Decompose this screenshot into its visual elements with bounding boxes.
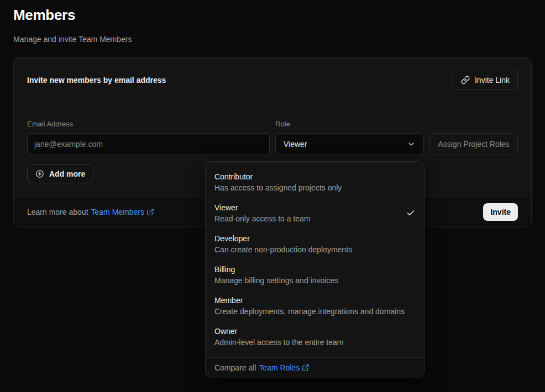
role-select[interactable]: Viewer bbox=[275, 133, 424, 155]
role-option-name: Contributor bbox=[214, 171, 415, 182]
link-icon bbox=[461, 76, 470, 84]
check-icon bbox=[406, 209, 415, 218]
add-more-button[interactable]: Add more bbox=[27, 165, 93, 183]
invite-link-button[interactable]: Invite Link bbox=[453, 71, 518, 89]
page-title: Members bbox=[13, 7, 75, 24]
email-field[interactable] bbox=[27, 133, 270, 155]
role-dropdown-footer: Compare all Team Roles bbox=[206, 357, 424, 378]
learn-more-prefix: Learn more about bbox=[27, 208, 88, 216]
team-members-link[interactable]: Team Members bbox=[91, 208, 154, 216]
add-more-button-label: Add more bbox=[49, 169, 85, 178]
role-option-description: Admin-level access to the entire team bbox=[214, 337, 415, 348]
role-option-developer[interactable]: Developer Can create non-production depl… bbox=[206, 229, 424, 259]
team-roles-link[interactable]: Team Roles bbox=[259, 363, 310, 372]
role-option-viewer[interactable]: Viewer Read-only access to a team bbox=[206, 198, 424, 229]
role-option-description: Read-only access to a team bbox=[214, 213, 415, 224]
role-option-description: Manage billing settings and invoices bbox=[214, 275, 415, 286]
compare-all-text: Compare all bbox=[214, 363, 256, 372]
invite-card-header: Invite new members by email address Invi… bbox=[14, 57, 531, 103]
invite-link-button-label: Invite Link bbox=[475, 76, 510, 84]
email-label: Email Address bbox=[27, 120, 270, 128]
role-label: Role bbox=[275, 120, 424, 128]
role-dropdown-list: Contributor Has access to assigned proje… bbox=[206, 162, 424, 357]
role-option-name: Owner bbox=[214, 326, 415, 337]
learn-more-text: Learn more about Team Members bbox=[27, 208, 154, 216]
role-option-name: Billing bbox=[214, 264, 415, 275]
role-option-name: Member bbox=[214, 295, 415, 306]
role-option-owner[interactable]: Owner Admin-level access to the entire t… bbox=[206, 321, 424, 352]
assign-project-roles-button[interactable]: Assign Project Roles bbox=[429, 133, 518, 155]
role-select-value: Viewer bbox=[284, 140, 307, 149]
role-option-description: Has access to assigned projects only bbox=[214, 182, 415, 193]
role-option-description: Can create non-production deployments bbox=[214, 244, 415, 255]
plus-circle-icon bbox=[35, 169, 44, 178]
role-option-contributor[interactable]: Contributor Has access to assigned proje… bbox=[206, 167, 424, 198]
role-option-name: Developer bbox=[214, 233, 415, 244]
role-option-name: Viewer bbox=[214, 202, 415, 213]
invite-card-heading: Invite new members by email address bbox=[27, 76, 166, 84]
chevron-down-icon bbox=[407, 140, 416, 149]
role-option-description: Create deployments, manage integrations … bbox=[214, 306, 415, 317]
invite-button[interactable]: Invite bbox=[483, 203, 518, 221]
external-link-icon bbox=[146, 208, 154, 216]
role-option-member[interactable]: Member Create deployments, manage integr… bbox=[206, 290, 424, 321]
page-subtitle: Manage and invite Team Members bbox=[13, 35, 132, 44]
role-dropdown-menu: Contributor Has access to assigned proje… bbox=[205, 161, 425, 378]
team-members-link-label: Team Members bbox=[91, 208, 144, 216]
team-roles-link-label: Team Roles bbox=[259, 363, 300, 372]
role-option-billing[interactable]: Billing Manage billing settings and invo… bbox=[206, 259, 424, 290]
external-link-icon bbox=[302, 364, 310, 372]
